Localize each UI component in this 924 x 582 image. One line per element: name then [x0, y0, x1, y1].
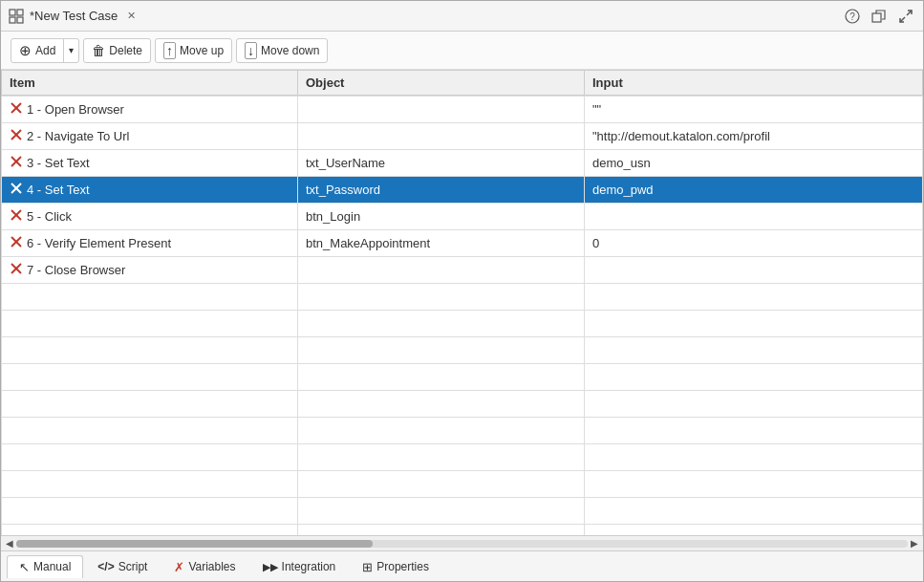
- maximize-button[interactable]: [896, 7, 915, 26]
- add-dropdown[interactable]: ⊕ Add ▾: [11, 38, 79, 63]
- move-up-label: Move up: [180, 44, 224, 57]
- add-label: Add: [35, 44, 55, 57]
- tab-integration[interactable]: ▶▶ Integration: [250, 555, 349, 577]
- empty-row: [2, 525, 923, 536]
- table-area: Item Object Input 1 - Open Browser""2 - …: [1, 70, 923, 550]
- test-case-icon: [9, 9, 24, 24]
- cell-object: [298, 257, 585, 284]
- cell-item: 3 - Set Text: [2, 150, 298, 177]
- variables-tab-label: Variables: [188, 560, 235, 573]
- move-up-button[interactable]: ↑ Move up: [155, 38, 232, 63]
- empty-row: [2, 418, 923, 444]
- table-scroll-area[interactable]: 1 - Open Browser""2 - Navigate To Url"ht…: [1, 96, 923, 535]
- add-dropdown-arrow[interactable]: ▾: [64, 42, 78, 58]
- title-bar-left: *New Test Case ✕: [9, 9, 139, 24]
- cell-item: 7 - Close Browser: [2, 257, 298, 284]
- table-body: 1 - Open Browser""2 - Navigate To Url"ht…: [1, 96, 923, 535]
- cell-input: "": [585, 97, 923, 123]
- horizontal-scrollbar[interactable]: ◀ ▶: [1, 535, 923, 550]
- title-bar-right: ?: [843, 7, 915, 26]
- empty-cell: [298, 391, 585, 418]
- properties-tab-label: Properties: [376, 560, 429, 573]
- table-row[interactable]: 7 - Close Browser: [2, 257, 923, 284]
- delete-button[interactable]: 🗑 Delete: [83, 38, 151, 63]
- col-header-object: Object: [298, 71, 585, 96]
- cell-input: "http://demout.katalon.com/profil: [585, 123, 923, 150]
- tab-manual[interactable]: ↖ Manual: [7, 555, 83, 578]
- row-error-icon: [10, 235, 23, 251]
- restore-button[interactable]: [870, 7, 889, 26]
- empty-row: [2, 444, 923, 471]
- cell-input: 0: [585, 230, 923, 257]
- manual-tab-icon: ↖: [19, 560, 30, 574]
- empty-cell: [2, 311, 298, 337]
- add-icon: ⊕: [19, 42, 32, 59]
- empty-cell: [2, 391, 298, 418]
- svg-rect-1: [17, 10, 23, 15]
- manual-tab-label: Manual: [33, 560, 71, 573]
- svg-text:?: ?: [849, 11, 855, 22]
- cell-object: [298, 97, 585, 123]
- empty-row: [2, 311, 923, 337]
- help-button[interactable]: ?: [843, 7, 862, 26]
- table-row[interactable]: 1 - Open Browser"": [2, 97, 923, 123]
- cell-object: [298, 123, 585, 150]
- table-row[interactable]: 4 - Set Texttxt_Passworddemo_pwd: [2, 177, 923, 204]
- integration-tab-icon: ▶▶: [263, 561, 278, 573]
- cell-item-text: 4 - Set Text: [27, 183, 90, 197]
- cell-item-text: 6 - Verify Element Present: [27, 236, 171, 250]
- table-row[interactable]: 6 - Verify Element Presentbtn_MakeAppoin…: [2, 230, 923, 257]
- empty-cell: [585, 471, 923, 498]
- scroll-track[interactable]: [16, 540, 908, 548]
- cell-item-text: 3 - Set Text: [27, 156, 90, 170]
- cell-input: [585, 204, 923, 230]
- cell-item: 1 - Open Browser: [2, 97, 298, 123]
- scroll-right-arrow[interactable]: ▶: [908, 538, 921, 549]
- empty-row: [2, 471, 923, 498]
- add-button[interactable]: ⊕ Add: [11, 39, 64, 62]
- row-error-icon: [10, 155, 23, 171]
- cell-item: 2 - Navigate To Url: [2, 123, 298, 150]
- script-tab-icon: </>: [97, 560, 114, 573]
- table-row[interactable]: 2 - Navigate To Url"http://demout.katalo…: [2, 123, 923, 150]
- cell-item: 6 - Verify Element Present: [2, 230, 298, 257]
- empty-cell: [585, 525, 923, 536]
- tab-script[interactable]: </> Script: [85, 555, 160, 577]
- empty-cell: [585, 337, 923, 364]
- empty-row: [2, 337, 923, 364]
- empty-cell: [2, 418, 298, 444]
- cell-object: btn_MakeAppointment: [298, 230, 585, 257]
- tab-variables[interactable]: ✗ Variables: [161, 555, 247, 578]
- empty-cell: [2, 284, 298, 311]
- empty-cell: [2, 471, 298, 498]
- svg-rect-2: [10, 17, 15, 23]
- cell-item-text: 7 - Close Browser: [27, 263, 125, 277]
- col-header-item: Item: [2, 71, 298, 96]
- cell-object: txt_UserName: [298, 150, 585, 177]
- row-error-icon: [10, 182, 23, 198]
- move-down-label: Move down: [261, 44, 319, 57]
- empty-cell: [298, 311, 585, 337]
- empty-cell: [585, 418, 923, 444]
- empty-cell: [298, 471, 585, 498]
- help-icon: ?: [845, 9, 860, 24]
- svg-rect-3: [17, 17, 23, 23]
- move-down-button[interactable]: ↓ Move down: [236, 38, 328, 63]
- tab-properties[interactable]: ⊞ Properties: [350, 555, 441, 578]
- delete-label: Delete: [109, 44, 142, 57]
- integration-tab-label: Integration: [282, 560, 336, 573]
- row-error-icon: [10, 262, 23, 278]
- empty-cell: [2, 525, 298, 536]
- cell-item-text: 5 - Click: [27, 209, 72, 224]
- svg-rect-6: [872, 13, 881, 22]
- empty-row: [2, 284, 923, 311]
- scroll-thumb[interactable]: [16, 540, 373, 548]
- empty-cell: [298, 418, 585, 444]
- scroll-left-arrow[interactable]: ◀: [3, 538, 16, 549]
- table-row[interactable]: 5 - Clickbtn_Login: [2, 204, 923, 230]
- move-down-icon: ↓: [245, 42, 257, 59]
- cell-item: 4 - Set Text: [2, 177, 298, 204]
- cell-object: btn_Login: [298, 204, 585, 230]
- close-tab-button[interactable]: ✕: [123, 9, 139, 24]
- table-row[interactable]: 3 - Set Texttxt_UserNamedemo_usn: [2, 150, 923, 177]
